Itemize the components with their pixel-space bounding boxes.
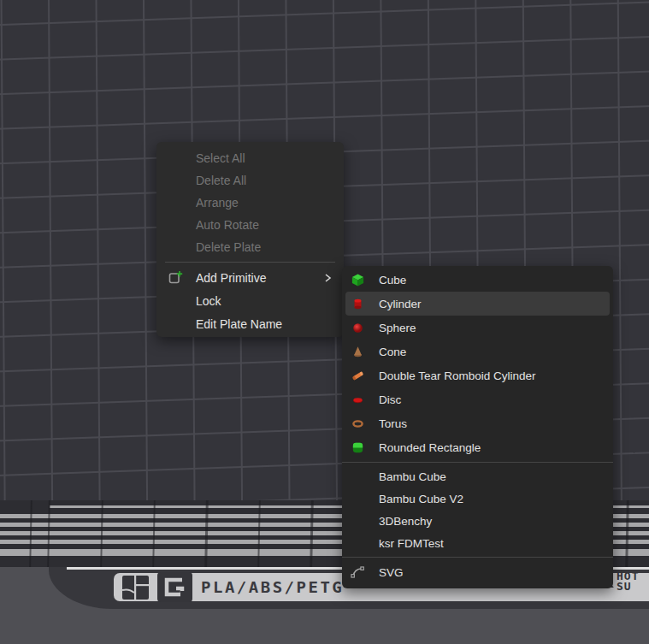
submenu-item-bambu-cube-v2[interactable]: Bambu Cube V2 <box>342 487 613 510</box>
submenu-item-label: 3DBenchy <box>379 515 432 528</box>
submenu-item-bambu-cube[interactable]: Bambu Cube <box>342 465 613 487</box>
submenu-item-label: SVG <box>379 566 404 579</box>
submenu-item-3dbenchy[interactable]: 3DBenchy <box>342 510 613 532</box>
menu-item-auto-rotate: Auto Rotate <box>156 214 344 236</box>
plate-material-label: PLA/ABS/PETG <box>201 578 344 595</box>
submenu-item-cylinder[interactable]: Cylinder <box>345 292 610 316</box>
submenu-item-label: Bambu Cube <box>379 470 446 483</box>
chevron-right-icon <box>322 272 333 284</box>
menu-item-delete-plate: Delete Plate <box>156 236 344 258</box>
cylinder-icon <box>351 297 365 311</box>
submenu-item-label: Cylinder <box>379 298 422 310</box>
sphere-icon <box>351 321 365 335</box>
bambu-logo-icon <box>122 576 149 600</box>
svg-bezier-icon <box>351 564 365 580</box>
submenu-item-label: Torus <box>379 417 407 430</box>
submenu-item-label: Bambu Cube V2 <box>379 493 463 505</box>
menu-item-label: Arrange <box>196 196 239 210</box>
submenu-item-cube[interactable]: Cube <box>342 268 613 292</box>
rounded-rectangle-icon <box>351 440 365 455</box>
cone-icon <box>351 345 365 359</box>
menu-item-arrange: Arrange <box>156 192 344 214</box>
menu-item-select-all: Select All <box>156 147 344 169</box>
menu-item-delete-all: Delete All <box>156 169 344 192</box>
submenu-item-rounded-rectangle[interactable]: Rounded Rectangle <box>342 435 613 459</box>
context-menu: Select AllDelete AllArrangeAuto RotateDe… <box>156 142 344 337</box>
submenu-item-torus[interactable]: Torus <box>342 411 613 435</box>
submenu-item-label: Sphere <box>379 322 416 334</box>
menu-item-label: Lock <box>196 294 221 308</box>
menu-separator <box>165 262 335 263</box>
menu-item-edit-plate-name[interactable]: Edit Plate Name <box>156 312 344 335</box>
submenu-item-label: Rounded Rectangle <box>379 441 481 454</box>
submenu-item-label: ksr FDMTest <box>379 537 444 550</box>
submenu-item-label: Cube <box>379 274 406 287</box>
menu-item-label: Select All <box>196 151 245 165</box>
submenu-item-sphere[interactable]: Sphere <box>342 316 613 340</box>
warning-text-line2: SU <box>617 581 632 593</box>
submenu-item-disc[interactable]: Disc <box>342 387 613 411</box>
menu-item-lock[interactable]: Lock <box>156 289 344 312</box>
submenu-separator <box>342 462 613 463</box>
plate-type-logo-icon <box>157 572 192 602</box>
menu-item-label: Delete All <box>196 174 246 187</box>
cube-icon <box>351 273 365 287</box>
submenu-item-label: Disc <box>379 393 401 406</box>
menu-item-label: Delete Plate <box>196 240 261 254</box>
add-primitive-icon <box>167 269 184 286</box>
menu-item-label: Auto Rotate <box>196 218 259 232</box>
submenu-item-ksr-fdmtest[interactable]: ksr FDMTest <box>342 532 613 554</box>
add-primitive-submenu: Cube Cylinder Sphere Cone Double Tear Ro… <box>342 266 613 588</box>
submenu-separator <box>342 557 613 558</box>
submenu-item-double-tear-romboid-cylinder[interactable]: Double Tear Romboid Cylinder <box>342 363 613 387</box>
menu-item-label: Edit Plate Name <box>196 317 282 331</box>
menu-item-label: Add Primitive <box>196 271 266 285</box>
menu-item-add-primitive[interactable]: Add Primitive <box>156 266 344 289</box>
romboid-cylinder-icon <box>351 369 365 383</box>
disc-icon <box>351 393 365 407</box>
slicer-window: PLA/ABS/PETG HOT SU Select AllDelete All… <box>0 0 649 644</box>
submenu-item-cone[interactable]: Cone <box>342 340 613 363</box>
submenu-item-svg[interactable]: SVG <box>342 560 613 584</box>
submenu-item-label: Double Tear Romboid Cylinder <box>379 369 536 382</box>
torus-icon <box>351 417 365 431</box>
submenu-item-label: Cone <box>379 346 406 358</box>
